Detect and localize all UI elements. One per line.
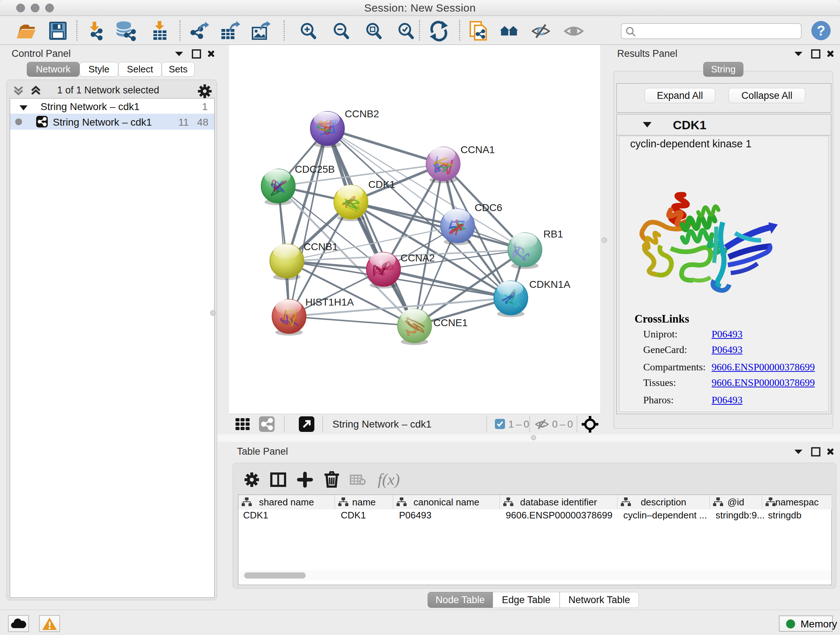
svg-text:RB1: RB1 (543, 228, 563, 240)
svg-text:CDC6: CDC6 (475, 202, 502, 213)
svg-text:CDK1: CDK1 (368, 179, 395, 190)
svg-text:CDKN1A: CDKN1A (529, 279, 570, 290)
svg-text:f(x): f(x) (378, 470, 400, 488)
svg-text:CCNB2: CCNB2 (345, 108, 379, 119)
svg-text:CCNE1: CCNE1 (433, 317, 468, 328)
svg-text:CCNA1: CCNA1 (461, 144, 495, 155)
svg-text:HIST1H1A: HIST1H1A (305, 296, 354, 308)
svg-text:CCNB1: CCNB1 (303, 241, 338, 252)
svg-text:CCNA2: CCNA2 (401, 252, 435, 264)
svg-text:CDC25B: CDC25B (295, 164, 335, 175)
